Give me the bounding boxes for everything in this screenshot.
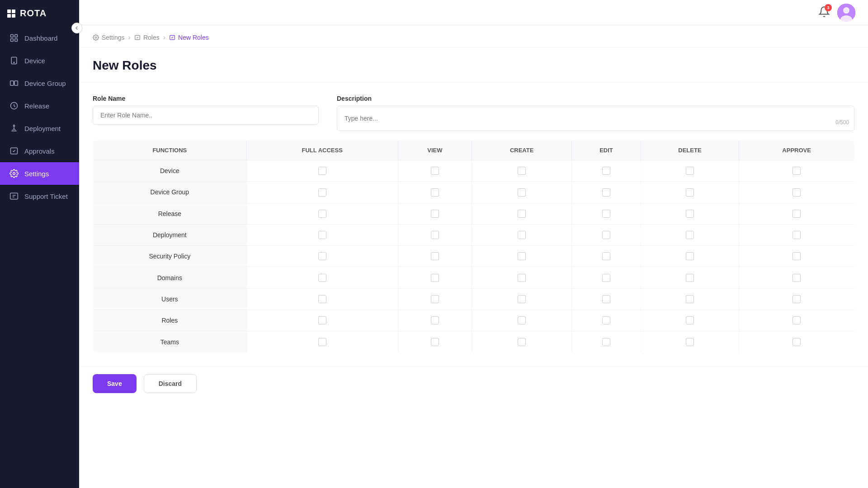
dashboard-icon xyxy=(9,33,19,43)
breadcrumb-settings[interactable]: Settings xyxy=(93,34,125,41)
checkbox-roles-create[interactable] xyxy=(518,316,526,324)
checkbox-deployment-view[interactable] xyxy=(431,231,439,239)
checkbox-teams-edit[interactable] xyxy=(602,338,610,346)
checkbox-deployment-full-access[interactable] xyxy=(318,231,326,239)
checkbox-roles-edit[interactable] xyxy=(602,316,610,324)
sidebar-item-device[interactable]: Device xyxy=(0,49,79,72)
sidebar-label-dashboard: Dashboard xyxy=(24,34,57,42)
sidebar-item-settings[interactable]: Settings xyxy=(0,162,79,185)
checkbox-security-policy-view[interactable] xyxy=(431,252,439,260)
checkbox-release-create[interactable] xyxy=(518,210,526,218)
sidebar-item-dashboard[interactable]: Dashboard xyxy=(0,27,79,49)
roles-breadcrumb-icon xyxy=(134,34,141,41)
checkbox-domains-delete[interactable] xyxy=(686,274,694,282)
description-wrapper: 0/500 xyxy=(337,106,854,131)
char-count: 0/500 xyxy=(835,119,849,126)
perm-cell-full-access xyxy=(246,182,398,203)
svg-point-12 xyxy=(13,173,15,175)
breadcrumb-settings-label: Settings xyxy=(102,34,125,41)
checkbox-users-delete[interactable] xyxy=(686,295,694,303)
checkbox-device-create[interactable] xyxy=(518,167,526,175)
perm-cell-delete xyxy=(641,267,739,288)
sidebar-item-approvals[interactable]: Approvals xyxy=(0,140,79,162)
description-group: Description 0/500 xyxy=(337,95,854,131)
perm-cell-create xyxy=(472,267,572,288)
checkbox-domains-approve[interactable] xyxy=(793,274,801,282)
checkbox-device-group-full-access[interactable] xyxy=(318,188,326,197)
discard-button[interactable]: Discard xyxy=(144,374,197,393)
description-input[interactable] xyxy=(337,106,854,131)
checkbox-security-policy-edit[interactable] xyxy=(602,252,610,260)
checkbox-deployment-create[interactable] xyxy=(518,231,526,239)
checkbox-roles-delete[interactable] xyxy=(686,316,694,324)
checkbox-release-full-access[interactable] xyxy=(318,210,326,218)
breadcrumb-new-roles-label: New Roles xyxy=(178,34,209,41)
perm-cell-delete xyxy=(641,224,739,245)
checkbox-device-group-create[interactable] xyxy=(518,188,526,197)
checkbox-security-policy-approve[interactable] xyxy=(793,252,801,260)
table-row: Device Group xyxy=(93,182,854,203)
checkbox-domains-view[interactable] xyxy=(431,274,439,282)
avatar[interactable] xyxy=(837,4,855,22)
checkbox-deployment-edit[interactable] xyxy=(602,231,610,239)
checkbox-teams-delete[interactable] xyxy=(686,338,694,346)
function-cell: Release xyxy=(93,203,247,224)
sidebar-logo: ROTA xyxy=(0,0,79,27)
checkbox-device-group-delete[interactable] xyxy=(686,188,694,197)
checkbox-release-edit[interactable] xyxy=(602,210,610,218)
checkbox-domains-full-access[interactable] xyxy=(318,274,326,282)
sidebar-item-deployment[interactable]: Deployment xyxy=(0,117,79,140)
svg-rect-7 xyxy=(14,81,18,85)
perm-cell-view xyxy=(398,267,472,288)
checkbox-device-view[interactable] xyxy=(431,167,439,175)
checkbox-security-policy-create[interactable] xyxy=(518,252,526,260)
checkbox-domains-edit[interactable] xyxy=(602,274,610,282)
checkbox-users-view[interactable] xyxy=(431,295,439,303)
checkbox-release-view[interactable] xyxy=(431,210,439,218)
sidebar-item-release[interactable]: Release xyxy=(0,94,79,117)
checkbox-device-group-edit[interactable] xyxy=(602,188,610,197)
checkbox-release-approve[interactable] xyxy=(793,210,801,218)
notification-button[interactable]: 3 xyxy=(818,6,830,19)
checkbox-users-edit[interactable] xyxy=(602,295,610,303)
role-name-input[interactable] xyxy=(93,106,319,125)
checkbox-users-full-access[interactable] xyxy=(318,295,326,303)
checkbox-device-group-view[interactable] xyxy=(431,188,439,197)
checkbox-roles-approve[interactable] xyxy=(793,316,801,324)
breadcrumb-new-roles[interactable]: New Roles xyxy=(169,34,209,41)
checkbox-teams-create[interactable] xyxy=(518,338,526,346)
perm-cell-full-access xyxy=(246,267,398,288)
function-cell: Deployment xyxy=(93,224,247,245)
checkbox-device-delete[interactable] xyxy=(686,167,694,175)
content-area: Settings › Roles › New Roles New Roles R… xyxy=(79,25,868,488)
checkbox-users-create[interactable] xyxy=(518,295,526,303)
perm-cell-full-access xyxy=(246,331,398,352)
save-button[interactable]: Save xyxy=(93,374,137,393)
checkbox-roles-view[interactable] xyxy=(431,316,439,324)
sidebar-collapse-button[interactable] xyxy=(71,23,82,33)
checkbox-device-group-approve[interactable] xyxy=(793,188,801,197)
checkbox-teams-full-access[interactable] xyxy=(318,338,326,346)
col-create: CREATE xyxy=(472,141,572,160)
checkbox-domains-create[interactable] xyxy=(518,274,526,282)
checkbox-release-delete[interactable] xyxy=(686,210,694,218)
svg-rect-3 xyxy=(15,39,18,42)
perm-cell-approve xyxy=(739,310,854,331)
checkbox-users-approve[interactable] xyxy=(793,295,801,303)
device-icon xyxy=(9,56,19,66)
sidebar-item-device-group[interactable]: Device Group xyxy=(0,72,79,94)
checkbox-teams-view[interactable] xyxy=(431,338,439,346)
checkbox-teams-approve[interactable] xyxy=(793,338,801,346)
checkbox-security-policy-full-access[interactable] xyxy=(318,252,326,260)
checkbox-deployment-delete[interactable] xyxy=(686,231,694,239)
checkbox-deployment-approve[interactable] xyxy=(793,231,801,239)
checkbox-device-approve[interactable] xyxy=(793,167,801,175)
checkbox-device-full-access[interactable] xyxy=(318,167,326,175)
breadcrumb-roles[interactable]: Roles xyxy=(134,34,160,41)
svg-point-5 xyxy=(14,62,14,63)
checkbox-security-policy-delete[interactable] xyxy=(686,252,694,260)
perm-cell-view xyxy=(398,182,472,203)
checkbox-roles-full-access[interactable] xyxy=(318,316,326,324)
sidebar-item-support-ticket[interactable]: Support Ticket xyxy=(0,185,79,207)
checkbox-device-edit[interactable] xyxy=(602,167,610,175)
